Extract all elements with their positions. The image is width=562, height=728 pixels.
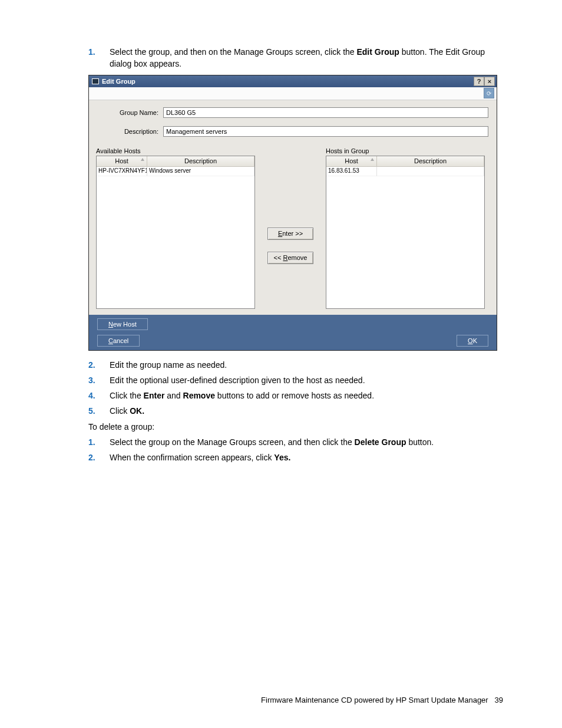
cell-host: 16.83.61.53 bbox=[326, 167, 377, 176]
cell-host: HP-IVC7XRN4YF1F bbox=[97, 167, 147, 176]
list-item: 2.Edit the group name as needed. bbox=[110, 359, 503, 371]
column-header-description[interactable]: Description bbox=[377, 156, 484, 167]
delete-steps-list: 1.Select the group on the Manage Groups … bbox=[110, 436, 503, 464]
list-item: 4.Click the Enter and Remove buttons to … bbox=[110, 390, 503, 401]
sort-icon bbox=[141, 158, 144, 161]
group-name-label: Group Name: bbox=[97, 109, 163, 116]
available-hosts-grid[interactable]: Host Description HP-IVC7XRN4YF1FWindows … bbox=[96, 156, 255, 309]
edit-steps-list-cont: 2.Edit the group name as needed.3.Edit t… bbox=[110, 359, 503, 417]
step-number: 4. bbox=[88, 390, 105, 401]
step-number: 2. bbox=[88, 452, 105, 463]
help-button[interactable]: ? bbox=[474, 77, 484, 86]
step-number: 1. bbox=[88, 436, 105, 448]
step-text: Click the Enter and Remove buttons to ad… bbox=[110, 391, 374, 400]
dialog-title: Edit Group bbox=[102, 78, 135, 85]
dialog-toolbar: ⟳ bbox=[89, 87, 497, 100]
dialog-screenshot: Edit Group ? × ⟳ Group Name: Description… bbox=[88, 75, 503, 351]
column-header-host[interactable]: Host bbox=[326, 156, 377, 167]
dialog-titlebar: Edit Group ? × bbox=[89, 75, 497, 87]
list-item: 1.Select the group on the Manage Groups … bbox=[110, 436, 503, 448]
delete-intro: To delete a group: bbox=[88, 421, 503, 433]
sort-icon bbox=[371, 158, 374, 161]
description-label: Description: bbox=[97, 128, 163, 135]
list-item: 3.Edit the optional user-defined descrip… bbox=[110, 374, 503, 386]
column-header-host[interactable]: Host bbox=[97, 156, 147, 167]
edit-group-dialog: Edit Group ? × ⟳ Group Name: Description… bbox=[88, 75, 497, 351]
column-header-description[interactable]: Description bbox=[147, 156, 254, 167]
available-hosts-label: Available Hosts bbox=[96, 147, 255, 154]
table-row[interactable]: HP-IVC7XRN4YF1FWindows server bbox=[97, 167, 254, 176]
step-text: When the confirmation screen appears, cl… bbox=[110, 453, 290, 462]
app-icon bbox=[92, 78, 99, 84]
step-text: Edit the group name as needed. bbox=[110, 360, 227, 370]
cell-description bbox=[377, 167, 484, 176]
refresh-icon[interactable]: ⟳ bbox=[484, 88, 494, 98]
cancel-button[interactable]: Cancel bbox=[97, 335, 140, 347]
ok-button[interactable]: OK bbox=[457, 335, 488, 347]
list-item: 2.When the confirmation screen appears, … bbox=[110, 452, 503, 463]
list-item: 1. Select the group, and then on the Man… bbox=[110, 46, 503, 70]
step-number: 3. bbox=[88, 374, 105, 386]
enter-button[interactable]: Enter >> bbox=[267, 228, 313, 240]
step-number: 2. bbox=[88, 359, 105, 371]
description-input[interactable] bbox=[163, 126, 488, 137]
step-text: Edit the optional user-defined descripti… bbox=[110, 375, 365, 385]
hosts-in-group-grid[interactable]: Host Description 16.83.61.53 bbox=[326, 156, 485, 309]
edit-steps-list: 1. Select the group, and then on the Man… bbox=[110, 46, 503, 70]
step-text: Select the group on the Manage Groups sc… bbox=[110, 437, 434, 447]
new-host-button[interactable]: New Host bbox=[97, 318, 148, 330]
remove-button[interactable]: << Remove bbox=[267, 252, 313, 264]
page-footer: Firmware Maintenance CD powered by HP Sm… bbox=[261, 696, 503, 704]
close-button[interactable]: × bbox=[484, 77, 495, 86]
hosts-in-group-label: Hosts in Group bbox=[326, 147, 485, 154]
step-number: 5. bbox=[88, 405, 105, 417]
list-item: 5.Click OK. bbox=[110, 405, 503, 417]
cell-description: Windows server bbox=[147, 167, 254, 176]
step-number: 1. bbox=[88, 46, 105, 58]
step-text: Click OK. bbox=[110, 406, 144, 416]
step-text: Select the group, and then on the Manage… bbox=[110, 47, 485, 68]
group-name-input[interactable] bbox=[163, 107, 488, 118]
table-row[interactable]: 16.83.61.53 bbox=[326, 167, 484, 176]
